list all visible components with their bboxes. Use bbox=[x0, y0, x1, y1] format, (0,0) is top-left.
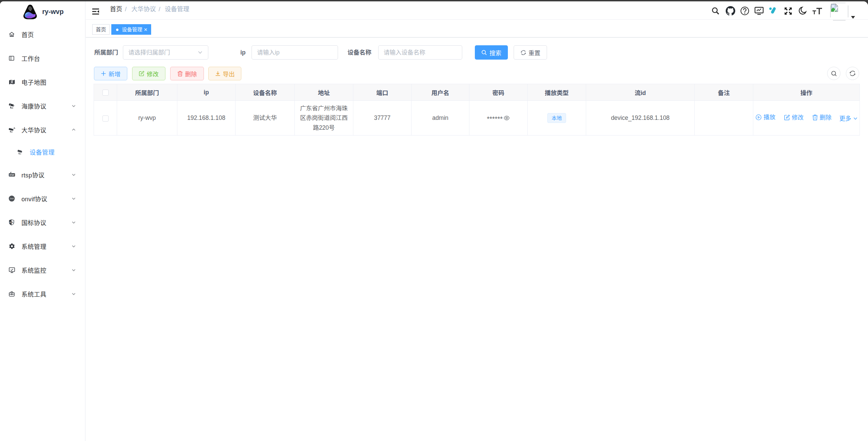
svg-text:G: G bbox=[10, 221, 11, 223]
svg-text:Onvif: Onvif bbox=[10, 198, 14, 200]
svg-text:B: B bbox=[12, 221, 13, 223]
svg-text:RTSP: RTSP bbox=[10, 174, 14, 176]
